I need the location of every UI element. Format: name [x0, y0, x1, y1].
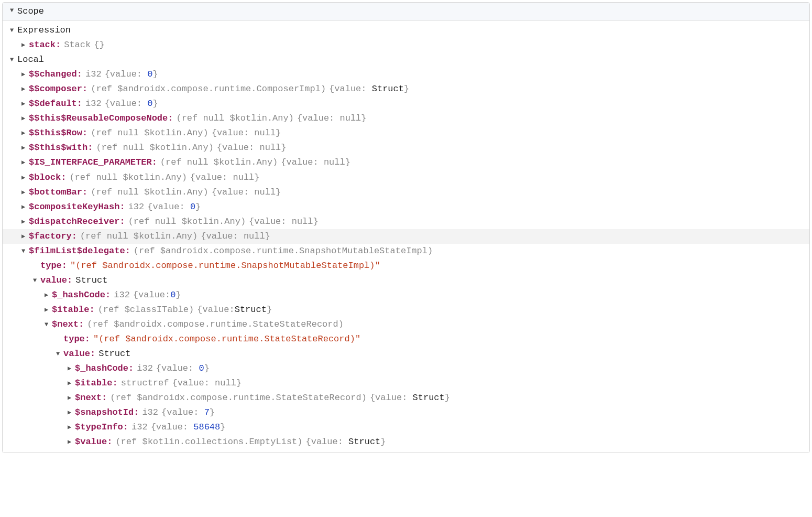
- var-type: Stack: [64, 38, 91, 52]
- caret-down-icon[interactable]: ▼: [10, 55, 17, 66]
- var-next-child[interactable]: ▶$next:(ref $androidx.compose.runtime.St…: [3, 391, 809, 405]
- caret-right-icon[interactable]: ▶: [21, 217, 29, 228]
- var-name: $$default: [29, 96, 77, 111]
- caret-right-icon[interactable]: ▶: [68, 393, 75, 404]
- caret-right-icon[interactable]: ▶: [21, 188, 29, 198]
- var-name: $$composer: [29, 82, 82, 96]
- var-next-child[interactable]: ▶$value:(ref $kotlin.collections.EmptyLi…: [3, 435, 809, 449]
- var-name: $$this$Row: [29, 126, 82, 141]
- caret-right-icon[interactable]: ▶: [21, 40, 29, 51]
- var-type: i32: [114, 288, 130, 303]
- var-value: {value: null}: [297, 111, 367, 126]
- var-type: (ref $kotlin.collections.EmptyList): [115, 435, 302, 449]
- var-local-item[interactable]: ▶$$default:i32{value: 0}: [3, 96, 809, 111]
- caret-down-icon[interactable]: ▼: [10, 6, 17, 16]
- field-value: Struct: [98, 347, 130, 361]
- caret-right-icon[interactable]: ▶: [45, 305, 52, 316]
- var-filmlist-value[interactable]: ▼ value: Struct: [3, 273, 809, 288]
- var-filmlist-type[interactable]: ▶ type: "(ref $androidx.compose.runtime.…: [3, 258, 809, 273]
- var-name: $snapshotId: [75, 405, 134, 420]
- var-name: $factory: [29, 229, 72, 244]
- caret-right-icon[interactable]: ▶: [21, 158, 29, 168]
- var-name: $next: [75, 391, 102, 405]
- var-filmlist-next-type[interactable]: ▶ type: "(ref $androidx.compose.runtime.…: [3, 332, 809, 347]
- var-type: (ref null $kotlin.Any): [91, 185, 208, 200]
- caret-right-icon[interactable]: ▶: [21, 128, 29, 139]
- var-filmlist-hash[interactable]: ▶ $_hashCode: i32 {value: 0}: [3, 288, 809, 303]
- var-type: (ref $classITable): [98, 303, 194, 317]
- var-type: (ref null $kotlin.Any): [80, 229, 197, 244]
- var-name: $_hashCode: [52, 288, 105, 303]
- var-local-item[interactable]: ▶$$this$with:(ref null $kotlin.Any){valu…: [3, 141, 809, 155]
- var-value: {value: 0}: [105, 96, 158, 111]
- var-local-item[interactable]: ▶$$this$ReusableComposeNode:(ref null $k…: [3, 111, 809, 126]
- var-next-child[interactable]: ▶$_hashCode:i32{value: 0}: [3, 361, 809, 376]
- var-name: $next: [52, 317, 79, 332]
- var-next-child[interactable]: ▶$typeInfo:i32{value: 58648}: [3, 420, 809, 435]
- caret-right-icon[interactable]: ▶: [68, 423, 75, 433]
- var-type: (ref null $kotlin.Any): [160, 155, 278, 170]
- var-next-child[interactable]: ▶$itable:structref{value: null}: [3, 376, 809, 391]
- caret-down-icon[interactable]: ▼: [33, 276, 40, 286]
- var-local-item[interactable]: ▶$compositeKeyHash:i32{value: 0}: [3, 200, 809, 214]
- var-name: $$this$ReusableComposeNode: [29, 111, 168, 126]
- caret-right-icon[interactable]: ▶: [68, 437, 75, 448]
- scope-panel-header[interactable]: ▼ Scope: [3, 3, 809, 21]
- caret-right-icon[interactable]: ▶: [21, 173, 29, 184]
- caret-right-icon[interactable]: ▶: [68, 379, 75, 389]
- var-name: $itable: [52, 303, 89, 317]
- var-filmlist-next-value[interactable]: ▼ value: Struct: [3, 347, 809, 361]
- section-label: Local: [17, 52, 44, 67]
- var-name: $value: [75, 435, 107, 449]
- var-local-item[interactable]: ▶$factory:(ref null $kotlin.Any){value: …: [3, 229, 809, 244]
- var-type: (ref $androidx.compose.runtime.SnapshotM…: [134, 244, 433, 258]
- var-local-item[interactable]: ▶$dispatchReceiver:(ref null $kotlin.Any…: [3, 214, 809, 229]
- var-value: {value: 0}: [147, 200, 201, 214]
- var-name: stack: [29, 38, 56, 52]
- var-filmlist-next[interactable]: ▼ $next: (ref $androidx.compose.runtime.…: [3, 317, 809, 332]
- field-value: Struct: [75, 273, 107, 288]
- section-local[interactable]: ▼ Local: [3, 52, 809, 67]
- field-name: value: [40, 273, 67, 288]
- var-name: $block: [29, 170, 61, 185]
- caret-right-icon[interactable]: ▶: [21, 114, 29, 124]
- caret-right-icon[interactable]: ▶: [21, 143, 29, 154]
- field-value: "(ref $androidx.compose.runtime.Snapshot…: [70, 258, 380, 273]
- var-filmlist-itable[interactable]: ▶ $itable: (ref $classITable) {value: St…: [3, 303, 809, 317]
- caret-down-icon[interactable]: ▼: [21, 246, 29, 257]
- var-value: {value: null}: [212, 126, 281, 141]
- scope-panel-body: ▼ Expression ▶ stack: Stack {} ▼ Local ▶…: [3, 21, 809, 453]
- section-expression[interactable]: ▼ Expression: [3, 23, 809, 38]
- caret-down-icon[interactable]: ▼: [10, 26, 17, 36]
- var-type: i32: [85, 96, 102, 111]
- var-type: (ref null $kotlin.Any): [69, 170, 186, 185]
- caret-right-icon[interactable]: ▶: [21, 84, 29, 95]
- field-name: type: [63, 332, 85, 347]
- caret-right-icon[interactable]: ▶: [45, 290, 52, 301]
- var-local-item[interactable]: ▶$$this$Row:(ref null $kotlin.Any){value…: [3, 126, 809, 141]
- caret-down-icon[interactable]: ▼: [56, 349, 63, 360]
- var-name: $filmList$delegate: [29, 244, 125, 258]
- caret-right-icon[interactable]: ▶: [68, 408, 75, 418]
- field-name: type: [40, 258, 62, 273]
- var-type: i32: [131, 420, 148, 435]
- var-local-item[interactable]: ▶$$composer:(ref $androidx.compose.runti…: [3, 82, 809, 96]
- var-local-item[interactable]: ▶$block:(ref null $kotlin.Any){value: nu…: [3, 170, 809, 185]
- var-name: $dispatchReceiver: [29, 214, 119, 229]
- caret-right-icon[interactable]: ▶: [21, 70, 29, 80]
- caret-right-icon[interactable]: ▶: [21, 99, 29, 110]
- var-type: (ref null $kotlin.Any): [96, 141, 213, 155]
- var-type: (ref $androidx.compose.runtime.StateStat…: [110, 391, 367, 405]
- var-value: {value: Struct}: [329, 82, 409, 96]
- caret-right-icon[interactable]: ▶: [68, 364, 75, 374]
- var-local-item[interactable]: ▶$IS_INTERFACE_PARAMETER:(ref null $kotl…: [3, 155, 809, 170]
- var-local-item[interactable]: ▶$$changed:i32{value: 0}: [3, 67, 809, 82]
- var-next-child[interactable]: ▶$snapshotId:i32{value: 7}: [3, 405, 809, 420]
- var-local-item[interactable]: ▶$bottomBar:(ref null $kotlin.Any){value…: [3, 185, 809, 200]
- caret-right-icon[interactable]: ▶: [21, 202, 29, 213]
- caret-right-icon[interactable]: ▶: [21, 232, 29, 242]
- caret-down-icon[interactable]: ▼: [45, 320, 52, 330]
- var-stack[interactable]: ▶ stack: Stack {}: [3, 38, 809, 52]
- var-filmlist-delegate[interactable]: ▼ $filmList$delegate: (ref $androidx.com…: [3, 244, 809, 258]
- var-type: (ref null $kotlin.Any): [128, 214, 246, 229]
